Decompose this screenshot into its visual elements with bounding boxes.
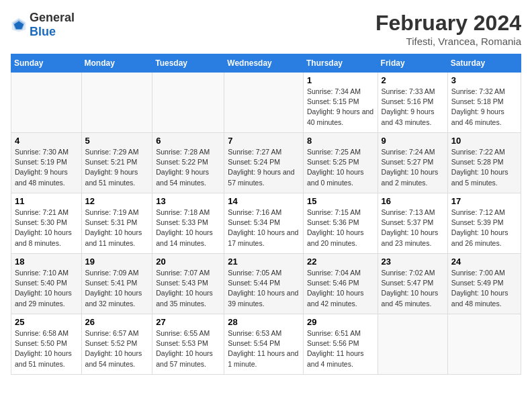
calendar-cell: 29Sunrise: 6:51 AMSunset: 5:56 PMDayligh… (303, 314, 378, 375)
calendar-cell: 7Sunrise: 7:27 AMSunset: 5:24 PMDaylight… (224, 133, 304, 193)
calendar-cell: 4Sunrise: 7:30 AMSunset: 5:19 PMDaylight… (11, 133, 82, 193)
day-number: 7 (228, 136, 300, 146)
day-number: 23 (382, 257, 444, 267)
day-number: 11 (15, 196, 78, 206)
day-detail: Sunrise: 7:04 AMSunset: 5:46 PMDaylight:… (307, 268, 374, 309)
calendar-cell: 17Sunrise: 7:12 AMSunset: 5:39 PMDayligh… (447, 193, 521, 254)
day-detail: Sunrise: 7:21 AMSunset: 5:30 PMDaylight:… (15, 208, 78, 248)
calendar-cell: 16Sunrise: 7:13 AMSunset: 5:37 PMDayligh… (378, 193, 447, 254)
day-number: 29 (307, 317, 374, 327)
day-number: 26 (85, 317, 149, 327)
day-number: 19 (85, 257, 149, 267)
day-detail: Sunrise: 6:57 AMSunset: 5:52 PMDaylight:… (85, 328, 149, 369)
day-number: 16 (382, 196, 444, 206)
day-number: 28 (228, 317, 300, 327)
calendar-cell: 2Sunrise: 7:33 AMSunset: 5:16 PMDaylight… (378, 73, 447, 133)
calendar-cell: 6Sunrise: 7:28 AMSunset: 5:22 PMDaylight… (152, 133, 224, 193)
day-detail: Sunrise: 7:34 AMSunset: 5:15 PMDaylight:… (307, 87, 374, 128)
day-number: 17 (451, 196, 517, 206)
day-number: 8 (307, 136, 374, 146)
day-detail: Sunrise: 6:58 AMSunset: 5:50 PMDaylight:… (15, 328, 78, 369)
day-detail: Sunrise: 7:15 AMSunset: 5:36 PMDaylight:… (307, 208, 374, 248)
week-row-5: 25Sunrise: 6:58 AMSunset: 5:50 PMDayligh… (11, 314, 521, 375)
calendar-cell: 22Sunrise: 7:04 AMSunset: 5:46 PMDayligh… (303, 254, 378, 314)
logo-general: General (30, 11, 75, 24)
calendar-cell (447, 314, 521, 375)
calendar-cell: 21Sunrise: 7:05 AMSunset: 5:44 PMDayligh… (224, 254, 304, 314)
day-number: 9 (382, 136, 444, 146)
day-detail: Sunrise: 7:19 AMSunset: 5:31 PMDaylight:… (85, 208, 149, 248)
day-detail: Sunrise: 7:02 AMSunset: 5:47 PMDaylight:… (382, 268, 444, 309)
calendar-cell (224, 73, 304, 133)
logo-blue: Blue (30, 25, 56, 38)
calendar-cell: 13Sunrise: 7:18 AMSunset: 5:33 PMDayligh… (152, 193, 224, 254)
day-detail: Sunrise: 7:25 AMSunset: 5:25 PMDaylight:… (307, 147, 374, 188)
day-number: 2 (382, 75, 444, 85)
day-number: 15 (307, 196, 374, 206)
col-saturday: Saturday (447, 54, 521, 73)
calendar-cell: 12Sunrise: 7:19 AMSunset: 5:31 PMDayligh… (81, 193, 152, 254)
day-number: 5 (85, 136, 149, 146)
calendar-cell: 5Sunrise: 7:29 AMSunset: 5:21 PMDaylight… (81, 133, 152, 193)
day-detail: Sunrise: 7:24 AMSunset: 5:27 PMDaylight:… (382, 147, 444, 188)
logo-text: General Blue (30, 11, 75, 39)
calendar-cell: 10Sunrise: 7:22 AMSunset: 5:28 PMDayligh… (447, 133, 521, 193)
calendar-cell: 28Sunrise: 6:53 AMSunset: 5:54 PMDayligh… (224, 314, 304, 375)
day-detail: Sunrise: 7:16 AMSunset: 5:34 PMDaylight:… (228, 208, 300, 248)
col-tuesday: Tuesday (152, 54, 224, 73)
day-number: 1 (307, 75, 374, 85)
day-number: 25 (15, 317, 78, 327)
calendar-cell: 27Sunrise: 6:55 AMSunset: 5:53 PMDayligh… (152, 314, 224, 375)
page-subtitle: Tifesti, Vrancea, Romania (375, 36, 521, 47)
week-row-2: 4Sunrise: 7:30 AMSunset: 5:19 PMDaylight… (11, 133, 521, 193)
calendar-cell: 25Sunrise: 6:58 AMSunset: 5:50 PMDayligh… (11, 314, 82, 375)
calendar-cell: 20Sunrise: 7:07 AMSunset: 5:43 PMDayligh… (152, 254, 224, 314)
logo: General Blue (11, 11, 75, 39)
day-number: 22 (307, 257, 374, 267)
day-number: 14 (228, 196, 300, 206)
calendar-cell: 15Sunrise: 7:15 AMSunset: 5:36 PMDayligh… (303, 193, 378, 254)
day-detail: Sunrise: 7:22 AMSunset: 5:28 PMDaylight:… (451, 147, 517, 188)
day-number: 4 (15, 136, 78, 146)
day-detail: Sunrise: 7:00 AMSunset: 5:49 PMDaylight:… (451, 268, 517, 309)
day-detail: Sunrise: 7:29 AMSunset: 5:21 PMDaylight:… (85, 147, 149, 188)
calendar-cell: 23Sunrise: 7:02 AMSunset: 5:47 PMDayligh… (378, 254, 447, 314)
calendar-cell: 26Sunrise: 6:57 AMSunset: 5:52 PMDayligh… (81, 314, 152, 375)
col-friday: Friday (378, 54, 447, 73)
day-detail: Sunrise: 7:13 AMSunset: 5:37 PMDaylight:… (382, 208, 444, 248)
day-detail: Sunrise: 7:12 AMSunset: 5:39 PMDaylight:… (451, 208, 517, 248)
calendar-cell: 24Sunrise: 7:00 AMSunset: 5:49 PMDayligh… (447, 254, 521, 314)
day-detail: Sunrise: 7:30 AMSunset: 5:19 PMDaylight:… (15, 147, 78, 188)
calendar-cell: 9Sunrise: 7:24 AMSunset: 5:27 PMDaylight… (378, 133, 447, 193)
day-detail: Sunrise: 7:18 AMSunset: 5:33 PMDaylight:… (156, 208, 220, 248)
col-thursday: Thursday (303, 54, 378, 73)
week-row-1: 1Sunrise: 7:34 AMSunset: 5:15 PMDaylight… (11, 73, 521, 133)
day-number: 27 (156, 317, 220, 327)
day-number: 3 (451, 75, 517, 85)
col-sunday: Sunday (11, 54, 82, 73)
page-title: February 2024 (375, 11, 521, 36)
col-wednesday: Wednesday (224, 54, 304, 73)
calendar-cell: 11Sunrise: 7:21 AMSunset: 5:30 PMDayligh… (11, 193, 82, 254)
calendar-table: Sunday Monday Tuesday Wednesday Thursday… (11, 54, 521, 375)
day-detail: Sunrise: 6:55 AMSunset: 5:53 PMDaylight:… (156, 328, 220, 369)
calendar-cell (152, 73, 224, 133)
day-number: 20 (156, 257, 220, 267)
calendar-cell: 14Sunrise: 7:16 AMSunset: 5:34 PMDayligh… (224, 193, 304, 254)
day-detail: Sunrise: 7:07 AMSunset: 5:43 PMDaylight:… (156, 268, 220, 309)
day-detail: Sunrise: 7:10 AMSunset: 5:40 PMDaylight:… (15, 268, 78, 309)
header: General Blue February 2024 Tifesti, Vran… (11, 11, 521, 47)
title-area: February 2024 Tifesti, Vrancea, Romania (375, 11, 521, 47)
day-number: 18 (15, 257, 78, 267)
day-detail: Sunrise: 6:51 AMSunset: 5:56 PMDaylight:… (307, 328, 374, 369)
calendar-header-row: Sunday Monday Tuesday Wednesday Thursday… (11, 54, 521, 73)
calendar-cell (11, 73, 82, 133)
day-detail: Sunrise: 7:09 AMSunset: 5:41 PMDaylight:… (85, 268, 149, 309)
day-number: 13 (156, 196, 220, 206)
calendar-cell: 3Sunrise: 7:32 AMSunset: 5:18 PMDaylight… (447, 73, 521, 133)
day-number: 21 (228, 257, 300, 267)
calendar-cell (81, 73, 152, 133)
calendar-cell: 18Sunrise: 7:10 AMSunset: 5:40 PMDayligh… (11, 254, 82, 314)
calendar-cell: 8Sunrise: 7:25 AMSunset: 5:25 PMDaylight… (303, 133, 378, 193)
day-number: 12 (85, 196, 149, 206)
